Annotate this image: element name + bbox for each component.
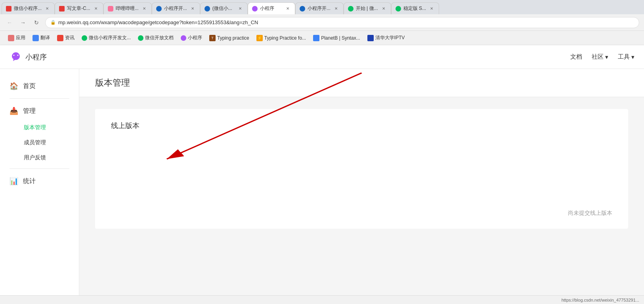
bookmark-icon-wechat-docs <box>138 35 143 41</box>
url-text: mp.weixin.qq.com/wxamp/wacodepage/getcod… <box>58 19 258 25</box>
logo-area: 小程序 <box>10 51 570 63</box>
tab-close-2[interactable]: ✕ <box>93 6 99 12</box>
sidebar-item-stats[interactable]: 📊 统计 <box>0 172 79 190</box>
sidebar-label-home: 首页 <box>23 82 36 90</box>
tab-label-6: 小程序 <box>260 5 282 12</box>
bookmark-icon-news <box>57 35 63 41</box>
tab-label-1: 微信小程序... <box>14 5 42 12</box>
tab-wechat-miniprogram[interactable]: 微信小程序... ✕ <box>2 2 55 14</box>
lock-icon: 🔒 <box>50 20 56 25</box>
sidebar-divider-1 <box>10 98 69 99</box>
tab-label-3: 哔哩哔哩... <box>116 5 139 12</box>
tab-icon-9 <box>396 6 401 11</box>
bookmark-label-translate: 翻译 <box>40 34 50 41</box>
tab-label-7: 小程序开... <box>308 5 331 12</box>
bookmark-label-planetb: PlanetB | Syntax... <box>321 35 360 41</box>
tab-bilibili[interactable]: 哔哩哔哩... ✕ <box>103 2 152 14</box>
sidebar-sub-item-feedback[interactable]: 用户反馈 <box>0 150 79 165</box>
sidebar-label-manage: 管理 <box>23 107 36 115</box>
bookmark-label-apps: 应用 <box>16 34 25 41</box>
bookmark-miniprogram[interactable]: 小程序 <box>178 33 205 42</box>
sidebar-sub-label-version: 版本管理 <box>24 124 46 130</box>
status-bar: https://blog.csdn.net/weixin_47753291... <box>0 295 644 304</box>
bookmark-label-typing: Typing practice <box>217 35 249 41</box>
sidebar: 🏠 首页 📥 管理 版本管理 成员管理 用户反馈 📊 统计 <box>0 69 79 304</box>
back-button[interactable]: ← <box>5 18 14 27</box>
bookmark-apps[interactable]: 应用 <box>5 33 29 42</box>
sidebar-item-home[interactable]: 🏠 首页 <box>0 77 79 95</box>
tab-close-4[interactable]: ✕ <box>189 6 196 12</box>
bookmark-icon-translate <box>32 35 39 41</box>
top-navbar: 小程序 文档 社区 ▾ 工具 ▾ <box>0 45 644 69</box>
bookmark-tsinghua[interactable]: 清华大学IPTV <box>364 33 408 42</box>
sidebar-sub-label-members: 成员管理 <box>24 139 46 145</box>
tab-close-9[interactable]: ✕ <box>428 6 435 12</box>
tab-close-5[interactable]: ✕ <box>237 6 243 12</box>
tab-close-1[interactable]: ✕ <box>44 6 50 12</box>
browser-chrome: 微信小程序... ✕ 写文章-C... ✕ 哔哩哔哩... ✕ 小程序开... … <box>0 0 644 45</box>
bookmark-label-news: 资讯 <box>65 34 75 41</box>
bookmark-typing-practice-fo[interactable]: ⚡ Typing Practice fo... <box>253 34 309 42</box>
sidebar-sub-item-members[interactable]: 成员管理 <box>0 135 79 150</box>
content-area: 版本管理 线上版本 尚未提交线上版本 <box>79 69 644 304</box>
tab-stable-version[interactable]: 稳定版 S... ✕ <box>391 2 439 14</box>
refresh-button[interactable]: ↻ <box>32 18 41 27</box>
bookmark-icon-typing: T <box>209 35 216 41</box>
bookmark-icon-miniprogram <box>181 35 186 41</box>
tab-icon-5 <box>204 6 210 11</box>
nav-link-docs[interactable]: 文档 <box>570 53 582 61</box>
tab-close-7[interactable]: ✕ <box>333 6 339 12</box>
tab-icon-8 <box>348 6 354 11</box>
tab-miniprogram-dev[interactable]: 小程序开... ✕ <box>152 2 200 14</box>
tab-close-6[interactable]: ✕ <box>285 6 291 12</box>
sidebar-item-manage[interactable]: 📥 管理 <box>0 102 79 120</box>
bookmark-news[interactable]: 资讯 <box>54 33 78 42</box>
content-inner: 线上版本 尚未提交线上版本 <box>79 97 644 241</box>
bookmark-label-wechat-dev: 微信小程序开发文... <box>89 34 131 41</box>
page-wrapper: 小程序 文档 社区 ▾ 工具 ▾ 🏠 首页 📥 <box>0 45 644 304</box>
tab-close-8[interactable]: ✕ <box>380 6 387 12</box>
nav-link-tools[interactable]: 工具 ▾ <box>618 53 634 61</box>
tab-start-wechat[interactable]: 开始 | 微... ✕ <box>344 2 391 14</box>
stats-icon: 📊 <box>10 177 18 185</box>
tab-icon-4 <box>156 6 162 11</box>
page-title: 版本管理 <box>95 78 130 88</box>
tab-icon-7 <box>300 6 305 11</box>
tab-label-4: 小程序开... <box>164 5 187 12</box>
home-icon: 🏠 <box>10 82 18 90</box>
sidebar-sub-label-feedback: 用户反馈 <box>24 154 46 161</box>
forward-button[interactable]: → <box>18 18 28 27</box>
bookmark-label-tsinghua: 清华大学IPTV <box>375 34 405 41</box>
main-layout: 🏠 首页 📥 管理 版本管理 成员管理 用户反馈 📊 统计 <box>0 69 644 304</box>
bookmark-icon-planetb <box>313 35 319 41</box>
sidebar-label-stats: 统计 <box>23 177 36 185</box>
bookmark-label-miniprogram: 小程序 <box>188 34 202 41</box>
tab-label-8: 开始 | 微... <box>356 5 378 12</box>
tab-miniprogram-dev2[interactable]: 小程序开... ✕ <box>295 2 344 14</box>
tab-label-2: 写文章-C... <box>67 5 90 12</box>
logo-text: 小程序 <box>25 52 47 62</box>
tab-icon-3 <box>108 6 113 11</box>
bookmark-wechat-docs[interactable]: 微信开放文档 <box>135 33 177 42</box>
tab-icon-6 <box>252 6 258 11</box>
logo-icon <box>10 51 22 63</box>
status-url: https://blog.csdn.net/weixin_47753291... <box>562 298 639 302</box>
bookmark-icon-apps <box>8 35 14 41</box>
nav-link-docs-label: 文档 <box>570 53 582 61</box>
url-bar[interactable]: 🔒 mp.weixin.qq.com/wxamp/wacodepage/getc… <box>45 17 639 28</box>
tab-miniprogram-active[interactable]: 小程序 ✕ <box>248 2 295 14</box>
nav-link-community[interactable]: 社区 ▾ <box>592 53 608 61</box>
manage-icon: 📥 <box>10 107 18 115</box>
bookmark-wechat-dev[interactable]: 微信小程序开发文... <box>78 33 134 42</box>
tab-write-article[interactable]: 写文章-C... ✕ <box>55 2 103 14</box>
bookmark-translate[interactable]: 翻译 <box>29 33 53 42</box>
section-card-online: 线上版本 尚未提交线上版本 <box>95 109 628 229</box>
bookmark-typing-practice[interactable]: T Typing practice <box>206 34 252 42</box>
bookmarks-bar: 应用 翻译 资讯 微信小程序开发文... 微信开放文档 小程序 T Typing… <box>0 31 644 45</box>
address-bar: ← → ↻ 🔒 mp.weixin.qq.com/wxamp/wacodepag… <box>0 14 644 31</box>
tab-wechat-mini[interactable]: (微信小... ✕ <box>200 2 248 14</box>
bookmark-planetb[interactable]: PlanetB | Syntax... <box>310 34 363 42</box>
sidebar-sub-item-version[interactable]: 版本管理 <box>0 120 79 135</box>
tab-icon-1 <box>6 6 11 11</box>
tab-close-3[interactable]: ✕ <box>141 6 147 12</box>
